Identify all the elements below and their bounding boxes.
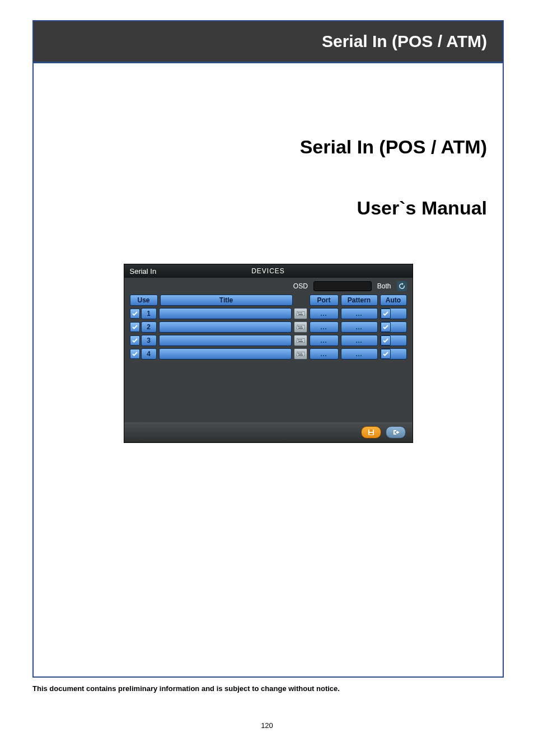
svg-rect-16: [298, 353, 299, 354]
window-titlebar: Serial In DEVICES: [124, 264, 413, 278]
keyboard-icon[interactable]: [294, 335, 307, 346]
svg-rect-21: [369, 430, 373, 432]
svg-rect-0: [297, 311, 305, 316]
page-frame: Serial In (POS / ATM) Serial In (POS / A…: [32, 20, 504, 678]
auto-checkbox[interactable]: [381, 335, 391, 346]
use-cell: 1: [130, 308, 157, 319]
title-input[interactable]: [159, 348, 292, 360]
keyboard-icon[interactable]: [294, 321, 307, 333]
svg-rect-7: [299, 326, 301, 327]
svg-rect-15: [297, 352, 305, 356]
port-button[interactable]: ...: [310, 308, 339, 319]
col-title: Title: [160, 295, 293, 306]
col-pattern: Pattern: [341, 295, 378, 306]
refresh-icon[interactable]: [397, 281, 407, 291]
use-cell: 4: [130, 348, 157, 360]
col-port: Port: [310, 295, 339, 306]
serial-in-window: Serial In DEVICES OSD Both Use Title: [124, 264, 413, 443]
use-checkbox[interactable]: [130, 349, 140, 359]
svg-rect-14: [298, 341, 303, 342]
exit-button[interactable]: [386, 426, 406, 438]
screenshot-wrapper: Serial In DEVICES OSD Both Use Title: [49, 264, 487, 443]
row-number: 1: [141, 308, 157, 319]
doc-subtitle: User`s Manual: [49, 197, 487, 219]
save-button[interactable]: [361, 426, 381, 438]
body-area: Serial In (POS / ATM) User`s Manual Seri…: [34, 63, 503, 443]
title-cell: [159, 321, 292, 333]
svg-rect-10: [297, 338, 305, 343]
svg-rect-2: [299, 312, 301, 314]
auto-checkbox[interactable]: [381, 349, 391, 359]
title-cell: [159, 308, 292, 319]
title-input[interactable]: [159, 321, 292, 333]
svg-rect-19: [298, 354, 303, 356]
row-number: 4: [141, 348, 157, 360]
table-header: Use Title Port Pattern Auto: [124, 293, 413, 307]
auto-cell: [380, 321, 407, 333]
svg-rect-3: [301, 312, 302, 314]
osd-input[interactable]: [313, 281, 372, 291]
svg-rect-12: [299, 339, 301, 340]
window-section: DEVICES: [124, 267, 413, 275]
doc-title: Serial In (POS / ATM): [49, 136, 487, 158]
svg-rect-17: [299, 353, 301, 354]
svg-rect-6: [298, 326, 299, 327]
osd-mode-value: Both: [377, 282, 391, 290]
pattern-button[interactable]: ...: [341, 321, 378, 333]
table-row: 4 ... ...: [124, 347, 413, 361]
window-footer: [124, 422, 413, 442]
use-checkbox[interactable]: [130, 309, 140, 319]
pattern-button[interactable]: ...: [341, 308, 378, 319]
svg-rect-5: [297, 325, 305, 329]
auto-cell: [380, 335, 407, 346]
table-row: 3 ... ...: [124, 334, 413, 347]
svg-rect-4: [298, 314, 303, 315]
use-checkbox[interactable]: [130, 335, 140, 346]
auto-checkbox[interactable]: [381, 322, 391, 332]
port-button[interactable]: ...: [310, 348, 339, 360]
title-input[interactable]: [159, 335, 292, 346]
title-cell: [159, 335, 292, 346]
use-cell: 3: [130, 335, 157, 346]
svg-rect-13: [301, 339, 302, 340]
svg-rect-1: [298, 312, 299, 314]
use-checkbox[interactable]: [130, 322, 140, 332]
body-spacer: [124, 361, 413, 422]
auto-cell: [380, 308, 407, 319]
title-input[interactable]: [159, 308, 292, 319]
svg-rect-18: [301, 353, 302, 354]
osd-label: OSD: [293, 282, 308, 290]
table-row: 2 ... ...: [124, 320, 413, 334]
title-cell: [159, 348, 292, 360]
svg-rect-9: [298, 328, 303, 329]
svg-rect-11: [298, 339, 299, 340]
row-number: 2: [141, 321, 157, 333]
port-button[interactable]: ...: [310, 321, 339, 333]
table-row: 1 ... ...: [124, 307, 413, 320]
svg-rect-22: [369, 433, 373, 435]
pattern-button[interactable]: ...: [341, 348, 378, 360]
use-cell: 2: [130, 321, 157, 333]
header-bar: Serial In (POS / ATM): [34, 21, 503, 62]
auto-cell: [380, 348, 407, 360]
window-body: OSD Both Use Title Port Pattern Auto: [124, 278, 413, 422]
pattern-button[interactable]: ...: [341, 335, 378, 346]
row-number: 3: [141, 335, 157, 346]
header-title: Serial In (POS / ATM): [322, 32, 487, 51]
osd-row: OSD Both: [124, 278, 413, 293]
col-auto: Auto: [380, 295, 407, 306]
auto-checkbox[interactable]: [381, 309, 391, 319]
svg-rect-8: [301, 326, 302, 327]
keyboard-icon[interactable]: [294, 348, 307, 360]
page-number: 120: [0, 721, 534, 730]
port-button[interactable]: ...: [310, 335, 339, 346]
disclaimer-text: This document contains preliminary infor…: [32, 684, 340, 693]
col-kb-spacer: [295, 295, 307, 306]
col-use: Use: [130, 295, 158, 306]
keyboard-icon[interactable]: [294, 308, 307, 319]
